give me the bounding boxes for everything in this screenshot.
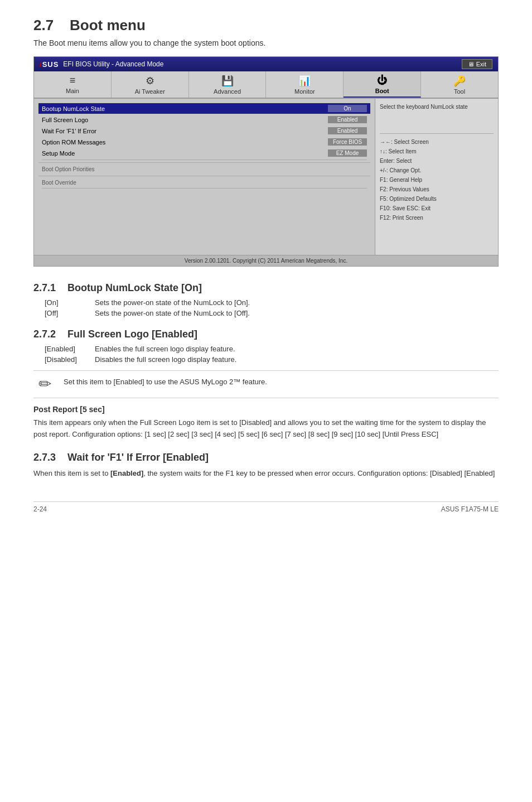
def-disabled-desc: Disables the full screen logo display fe… — [95, 355, 236, 364]
subsection-273-text: When this item is set to [Enabled], the … — [33, 468, 499, 480]
bios-logo-slash: / — [40, 60, 42, 69]
hotkey-select-item: ↑↓: Select Item — [380, 147, 494, 156]
full-screen-logo-label: Full Screen Logo — [42, 117, 328, 123]
section-title: 2.7 Boot menu — [33, 17, 499, 34]
bios-menu-setup-mode[interactable]: Setup Mode EZ Mode — [38, 148, 370, 158]
bios-hotkeys: →←: Select Screen ↑↓: Select Item Enter:… — [380, 133, 494, 223]
monitor-nav-icon: 📊 — [268, 75, 341, 87]
bios-menu-wait-f1[interactable]: Wait For 'F1' If Error Enabled — [38, 125, 370, 136]
nav-tool-label: Tool — [454, 88, 465, 95]
bios-nav: ≡ Main ⚙ Ai Tweaker 💾 Advanced 📊 Monitor… — [34, 71, 498, 99]
nav-monitor-label: Monitor — [294, 88, 315, 95]
subsection-271-title: 2.7.1 Bootup NumLock State [On] — [33, 282, 499, 294]
monitor-icon: 🖥 — [468, 61, 474, 67]
def-enabled: [Enabled] Enables the full screen logo d… — [45, 345, 499, 353]
def-on-term: [On] — [45, 298, 95, 307]
def-off-term: [Off] — [45, 309, 95, 317]
bios-exit-button[interactable]: 🖥 Exit — [462, 59, 492, 69]
def-enabled-term: [Enabled] — [45, 345, 95, 353]
wait-f1-value: Enabled — [328, 127, 367, 134]
def-disabled: [Disabled] Disables the full screen logo… — [45, 355, 499, 364]
bios-menu-full-screen-logo[interactable]: Full Screen Logo Enabled — [38, 114, 370, 125]
def-off: [Off] Sets the power-on state of the Num… — [45, 309, 499, 317]
subsection-273-number: 2.7.3 — [33, 452, 56, 463]
section-title-text: Boot menu — [70, 17, 146, 33]
hotkey-f2: F2: Previous Values — [380, 185, 494, 194]
def-on: [On] Sets the power-on state of the NumL… — [45, 298, 499, 307]
nav-advanced[interactable]: 💾 Advanced — [189, 71, 267, 98]
full-screen-logo-value: Enabled — [328, 116, 367, 123]
hotkey-f12: F12: Print Screen — [380, 213, 494, 223]
exit-label: Exit — [476, 61, 486, 67]
wait-f1-label: Wait For 'F1' If Error — [42, 128, 328, 134]
def-disabled-term: [Disabled] — [45, 355, 95, 364]
subsection-271: 2.7.1 Bootup NumLock State [On] [On] Set… — [33, 282, 499, 317]
nav-ai-tweaker-label: Ai Tweaker — [135, 88, 165, 95]
bios-menu-option-rom[interactable]: Option ROM Messages Force BIOS — [38, 137, 370, 147]
boot-override-label: Boot Override — [38, 176, 370, 187]
page-footer: 2-24 ASUS F1A75-M LE — [33, 501, 499, 513]
bios-help-text: Select the keyboard NumLock state — [380, 103, 494, 111]
subsection-271-defs: [On] Sets the power-on state of the NumL… — [45, 298, 499, 317]
hotkey-enter: Enter: Select — [380, 156, 494, 166]
bios-menu-bootup-numlock[interactable]: Bootup NumLock State On — [38, 103, 370, 114]
nav-monitor[interactable]: 📊 Monitor — [266, 71, 344, 98]
subsection-273-title: 2.7.3 Wait for 'F1' If Error [Enabled] — [33, 452, 499, 463]
bios-content: Bootup NumLock State On Full Screen Logo… — [34, 99, 498, 255]
subsection-272: 2.7.2 Full Screen Logo [Enabled] [Enable… — [33, 328, 499, 441]
bios-divider-2 — [42, 188, 367, 189]
def-on-desc: Sets the power-on state of the NumLock t… — [95, 298, 250, 307]
note-box: ✏ Set this item to [Enabled] to use the … — [33, 370, 499, 398]
bios-footer: Version 2.00.1201. Copyright (C) 2011 Am… — [34, 255, 498, 266]
nav-tool[interactable]: 🔑 Tool — [421, 71, 498, 98]
subsection-271-title-text: Bootup NumLock State [On] — [67, 282, 202, 293]
subsection-273: 2.7.3 Wait for 'F1' If Error [Enabled] W… — [33, 452, 499, 480]
bios-ui-box: /SUS EFI BIOS Utility - Advanced Mode 🖥 … — [33, 56, 499, 267]
nav-main[interactable]: ≡ Main — [34, 71, 112, 98]
option-rom-label: Option ROM Messages — [42, 139, 328, 146]
hotkey-f1: F1: General Help — [380, 175, 494, 185]
subsection-272-title-text: Full Screen Logo [Enabled] — [67, 328, 197, 340]
bootup-numlock-value: On — [328, 105, 367, 112]
product-name: ASUS F1A75-M LE — [441, 505, 499, 513]
subsection-272-number: 2.7.2 — [33, 328, 56, 340]
subsection-273-title-text: Wait for 'F1' If Error [Enabled] — [67, 452, 209, 463]
bios-titlebar: /SUS EFI BIOS Utility - Advanced Mode 🖥 … — [34, 57, 498, 71]
nav-boot[interactable]: ⏻ Boot — [344, 71, 421, 98]
subsection-271-number: 2.7.1 — [33, 282, 56, 294]
hotkey-f5: F5: Optimized Defaults — [380, 194, 494, 204]
ai-tweaker-icon: ⚙ — [114, 75, 186, 87]
subsection-272-defs: [Enabled] Enables the full screen logo d… — [45, 345, 499, 364]
note-pencil-icon: ✏ — [33, 376, 56, 392]
bios-divider-1 — [42, 160, 367, 160]
hotkey-f10: F10: Save ESC: Exit — [380, 204, 494, 213]
subsection-272-title: 2.7.2 Full Screen Logo [Enabled] — [33, 328, 499, 340]
setup-mode-label: Setup Mode — [42, 150, 328, 157]
hotkey-select-screen: →←: Select Screen — [380, 137, 494, 147]
post-report-title: Post Report [5 sec] — [33, 405, 499, 414]
page-header: 2.7 Boot menu The Boot menu items allow … — [33, 17, 499, 47]
page-number: 2-24 — [33, 505, 47, 513]
boot-icon: ⏻ — [346, 75, 418, 86]
nav-advanced-label: Advanced — [214, 88, 241, 95]
nav-boot-label: Boot — [375, 88, 389, 94]
post-report-section: Post Report [5 sec] This item appears on… — [33, 405, 499, 441]
note-text: Set this item to [Enabled] to use the AS… — [64, 376, 267, 388]
boot-option-priorities-label: Boot Option Priorities — [38, 162, 370, 173]
bios-main-panel: Bootup NumLock State On Full Screen Logo… — [34, 99, 375, 255]
section-intro: The Boot menu items allow you to change … — [33, 38, 499, 47]
option-rom-value: Force BIOS — [328, 138, 367, 146]
advanced-icon: 💾 — [191, 75, 264, 87]
bios-subtitle: EFI BIOS Utility - Advanced Mode — [63, 60, 163, 68]
nav-ai-tweaker[interactable]: ⚙ Ai Tweaker — [112, 71, 189, 98]
tool-icon: 🔑 — [423, 75, 496, 87]
main-icon: ≡ — [36, 75, 109, 86]
bios-sidebar: Select the keyboard NumLock state →←: Se… — [375, 99, 498, 255]
nav-main-label: Main — [66, 88, 79, 94]
hotkey-change-opt: +/-: Change Opt. — [380, 166, 494, 175]
def-off-desc: Sets the power-on state of the NumLock t… — [95, 309, 250, 317]
def-enabled-desc: Enables the full screen logo display fea… — [95, 345, 235, 353]
bios-logo: /SUS — [40, 60, 59, 69]
post-report-text: This item appears only when the Full Scr… — [33, 417, 499, 441]
setup-mode-value: EZ Mode — [328, 149, 367, 157]
